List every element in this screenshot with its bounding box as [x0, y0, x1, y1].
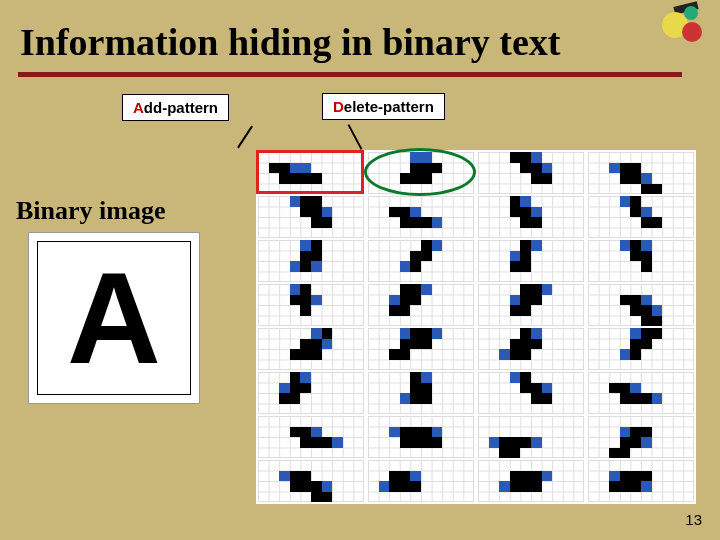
- add-pattern-rest: dd-pattern: [144, 99, 218, 116]
- base-pixel: [520, 349, 531, 360]
- base-pixel: [620, 383, 631, 394]
- base-pixel: [410, 393, 421, 404]
- add-pixel: [499, 349, 510, 360]
- add-pixel: [542, 471, 553, 482]
- base-pixel: [641, 427, 652, 438]
- add-pixel: [531, 240, 542, 251]
- add-pixel: [609, 163, 620, 174]
- pattern-cell: [478, 416, 584, 458]
- add-pixel: [389, 427, 400, 438]
- add-pixel: [652, 305, 663, 316]
- base-pixel: [630, 471, 641, 482]
- base-pixel: [389, 305, 400, 316]
- base-pixel: [641, 217, 652, 228]
- add-pixel: [400, 393, 411, 404]
- add-pixel: [432, 427, 443, 438]
- base-pixel: [389, 349, 400, 360]
- base-pixel: [322, 492, 333, 503]
- add-pixel: [311, 295, 322, 306]
- base-pixel: [641, 393, 652, 404]
- delete-pattern-label: Delete-pattern: [322, 93, 445, 120]
- base-pixel: [311, 339, 322, 350]
- base-pixel: [620, 163, 631, 174]
- delete-pattern-rest: elete-pattern: [344, 98, 434, 115]
- base-pixel: [630, 251, 641, 262]
- pattern-cell: [588, 152, 694, 194]
- add-pixel: [322, 339, 333, 350]
- base-pixel: [311, 437, 322, 448]
- base-pixel: [421, 240, 432, 251]
- base-pixel: [400, 284, 411, 295]
- base-pixel: [609, 383, 620, 394]
- base-pixel: [300, 339, 311, 350]
- pattern-cell: [258, 460, 364, 502]
- add-pixel: [609, 471, 620, 482]
- base-pixel: [531, 481, 542, 492]
- base-pixel: [520, 437, 531, 448]
- base-pixel: [300, 471, 311, 482]
- base-pixel: [641, 305, 652, 316]
- base-pixel: [389, 481, 400, 492]
- base-pixel: [520, 217, 531, 228]
- base-pixel: [421, 251, 432, 262]
- base-pixel: [410, 437, 421, 448]
- base-pixel: [311, 240, 322, 251]
- base-pixel: [290, 481, 301, 492]
- base-pixel: [499, 448, 510, 459]
- add-pixel: [641, 207, 652, 218]
- base-pixel: [510, 471, 521, 482]
- base-pixel: [630, 481, 641, 492]
- add-pixel: [652, 393, 663, 404]
- add-pixel: [542, 383, 553, 394]
- pattern-column: [368, 150, 474, 504]
- add-pixel: [630, 383, 641, 394]
- base-pixel: [520, 383, 531, 394]
- base-pixel: [641, 251, 652, 262]
- base-pixel: [300, 437, 311, 448]
- pattern-cell: [368, 328, 474, 370]
- add-pixel: [290, 261, 301, 272]
- delete-highlight-ellipse: [364, 148, 476, 196]
- base-pixel: [421, 339, 432, 350]
- base-pixel: [290, 471, 301, 482]
- base-pixel: [630, 427, 641, 438]
- add-pixel: [531, 152, 542, 163]
- base-pixel: [300, 207, 311, 218]
- add-pattern-prefix: A: [133, 99, 144, 116]
- base-pixel: [531, 383, 542, 394]
- base-pixel: [300, 261, 311, 272]
- base-pixel: [421, 217, 432, 228]
- add-pixel: [322, 207, 333, 218]
- add-pixel: [389, 295, 400, 306]
- base-pixel: [531, 163, 542, 174]
- base-pixel: [410, 261, 421, 272]
- base-pixel: [400, 471, 411, 482]
- pattern-cell: [368, 152, 474, 194]
- base-pixel: [641, 316, 652, 327]
- base-pixel: [620, 173, 631, 184]
- base-pixel: [300, 427, 311, 438]
- pattern-cell: [258, 328, 364, 370]
- add-callout-line: [237, 126, 253, 149]
- delete-pattern-prefix: D: [333, 98, 344, 115]
- base-pixel: [620, 471, 631, 482]
- base-pixel: [630, 240, 641, 251]
- add-pixel: [542, 284, 553, 295]
- pattern-grid: [256, 150, 696, 504]
- base-pixel: [410, 251, 421, 262]
- base-pixel: [311, 492, 322, 503]
- base-pixel: [400, 295, 411, 306]
- base-pixel: [400, 339, 411, 350]
- base-pixel: [542, 173, 553, 184]
- pattern-cell: [368, 460, 474, 502]
- base-pixel: [630, 207, 641, 218]
- base-pixel: [652, 217, 663, 228]
- base-pixel: [520, 339, 531, 350]
- base-pixel: [510, 152, 521, 163]
- base-pixel: [630, 393, 641, 404]
- base-pixel: [520, 251, 531, 262]
- base-pixel: [421, 437, 432, 448]
- base-pixel: [400, 481, 411, 492]
- base-pixel: [389, 207, 400, 218]
- base-pixel: [410, 481, 421, 492]
